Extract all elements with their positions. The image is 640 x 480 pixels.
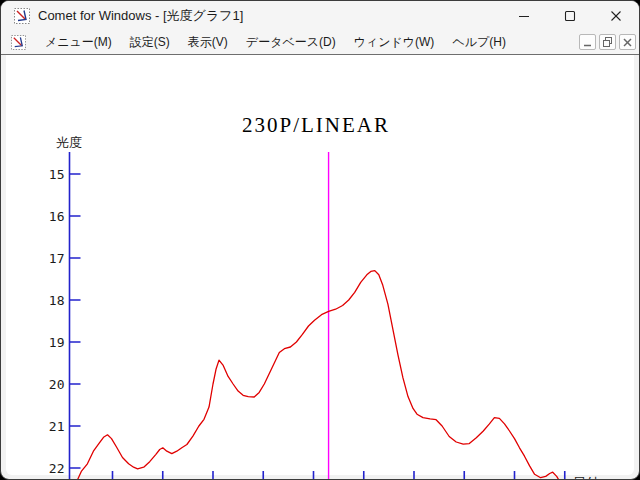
- menu-item-help[interactable]: ヘルプ(H): [443, 31, 515, 54]
- mdi-close-icon: [623, 38, 632, 47]
- menu-item-database[interactable]: データベース(D): [237, 31, 345, 54]
- y-axis-label: 光度: [56, 135, 82, 150]
- caption-buttons: [501, 1, 639, 31]
- app-window: Comet for Windows - [光度グラフ1] メニュー(M) 設定(…: [0, 0, 640, 480]
- maximize-button[interactable]: [547, 1, 593, 31]
- menu-item-view[interactable]: 表示(V): [179, 31, 237, 54]
- mdi-restore-icon: [603, 37, 613, 47]
- y-tick-label: 18: [49, 293, 65, 308]
- y-tick-label: 20: [49, 377, 65, 392]
- close-button[interactable]: [593, 1, 639, 31]
- y-tick-label: 15: [49, 167, 65, 182]
- menu-item-window[interactable]: ウィンドウ(W): [345, 31, 444, 54]
- mdi-minimize-button[interactable]: [579, 34, 596, 50]
- close-icon: [610, 10, 622, 22]
- minimize-icon: [518, 10, 530, 22]
- y-tick-label: 16: [49, 209, 65, 224]
- mdi-window-buttons: [579, 34, 636, 50]
- y-tick-label: 21: [49, 419, 65, 434]
- magnitude-chart: 230P/LINEAR 光度 日付 151617181920212220267/…: [6, 55, 640, 480]
- plot-region: 151617181920212220267/120271/120277/1202…: [49, 152, 581, 480]
- light-curve: [74, 271, 562, 480]
- comet-icon: [14, 8, 30, 24]
- menu-item-menu[interactable]: メニュー(M): [36, 31, 121, 54]
- graph-document-area: 230P/LINEAR 光度 日付 151617181920212220267/…: [6, 55, 634, 475]
- maximize-icon: [564, 10, 576, 22]
- menu-bar: メニュー(M) 設定(S) 表示(V) データベース(D) ウィンドウ(W) ヘ…: [1, 31, 639, 55]
- chart-title: 230P/LINEAR: [242, 113, 390, 137]
- y-tick-label: 17: [49, 251, 65, 266]
- y-tick-label: 22: [49, 461, 65, 476]
- title-bar: Comet for Windows - [光度グラフ1]: [1, 1, 639, 31]
- y-tick-label: 19: [49, 335, 65, 350]
- mdi-document-comet-icon: [11, 35, 26, 50]
- mdi-close-button[interactable]: [619, 34, 636, 50]
- minimize-button[interactable]: [501, 1, 547, 31]
- menu-item-settings[interactable]: 設定(S): [121, 31, 179, 54]
- mdi-minimize-icon: [583, 38, 592, 47]
- mdi-restore-button[interactable]: [599, 34, 616, 50]
- window-title: Comet for Windows - [光度グラフ1]: [38, 7, 243, 25]
- x-axis-label: 日付: [573, 475, 599, 480]
